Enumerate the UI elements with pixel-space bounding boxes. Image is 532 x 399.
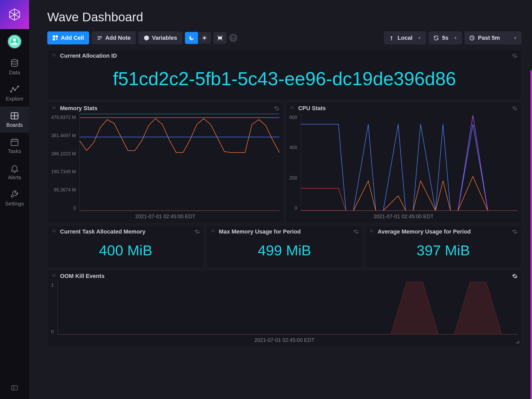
sidebar-item-data[interactable]: Data <box>0 54 29 80</box>
cell-title: OOM Kill Events <box>60 273 104 280</box>
add-note-button[interactable]: Add Note <box>92 31 136 44</box>
sidebar-item-label: Settings <box>5 201 24 207</box>
resize-handle-icon[interactable] <box>512 336 520 345</box>
dark-mode-button[interactable] <box>185 32 198 44</box>
oom-chart[interactable] <box>57 282 518 335</box>
cpu-stats-chart[interactable] <box>301 114 518 211</box>
sidebar: Data Explore Boards Tasks Alerts Setting… <box>0 0 29 399</box>
svg-point-77 <box>54 276 54 276</box>
cell-cpu-stats: CPU Stats 6004002000 2021-07-01 02:45:00… <box>285 102 522 223</box>
help-button[interactable]: ? <box>229 34 237 42</box>
toolbar: Add Cell Add Note Variables ? <box>47 31 532 50</box>
svg-point-49 <box>291 107 291 107</box>
cell-settings-button[interactable] <box>274 105 280 111</box>
svg-line-31 <box>203 39 203 39</box>
drag-handle-icon[interactable] <box>210 229 216 235</box>
cell-settings-button[interactable] <box>512 229 518 235</box>
sidebar-collapse-button[interactable] <box>11 378 18 399</box>
svg-point-61 <box>211 230 212 231</box>
sidebar-item-explore[interactable]: Explore <box>0 80 29 107</box>
sidebar-item-label: Tasks <box>8 148 21 154</box>
svg-point-74 <box>54 274 54 275</box>
cell-settings-button[interactable] <box>194 229 200 235</box>
yaxis-labels: 6004002000 <box>289 114 299 211</box>
sidebar-item-alerts[interactable]: Alerts <box>0 159 29 185</box>
add-note-label: Add Note <box>105 35 131 41</box>
svg-point-34 <box>391 36 393 38</box>
sidebar-item-label: Boards <box>6 122 23 128</box>
chevron-down-icon: ▼ <box>513 36 517 40</box>
sidebar-item-label: Alerts <box>8 175 21 181</box>
cell-title: Current Allocation ID <box>60 52 117 59</box>
svg-rect-16 <box>12 385 18 390</box>
drag-handle-icon[interactable] <box>51 105 57 111</box>
drag-handle-icon[interactable] <box>51 273 57 279</box>
source-label: Local <box>397 35 412 41</box>
variables-label: Variables <box>152 35 177 41</box>
stat-value: 400 MiB <box>48 237 204 268</box>
add-cell-label: Add Cell <box>61 35 84 41</box>
drag-handle-icon[interactable] <box>289 105 295 111</box>
sidebar-item-label: Explore <box>6 96 23 102</box>
cell-title: Max Memory Usage for Period <box>219 228 301 235</box>
svg-point-24 <box>203 37 205 39</box>
svg-point-58 <box>52 231 53 232</box>
cell-title: Memory Stats <box>60 105 97 112</box>
sidebar-item-settings[interactable]: Settings <box>0 185 29 211</box>
svg-point-62 <box>212 230 213 231</box>
yaxis-labels: 10 <box>51 282 55 335</box>
svg-point-38 <box>54 54 54 55</box>
svg-point-47 <box>54 108 54 109</box>
svg-rect-19 <box>53 38 55 40</box>
xaxis-label: 2021-07-01 02:45:00 EDT <box>48 212 283 223</box>
avatar[interactable] <box>7 34 22 49</box>
svg-point-67 <box>370 230 371 231</box>
memory-stats-chart[interactable] <box>79 114 280 211</box>
light-mode-button[interactable] <box>198 32 211 44</box>
timerange-dropdown[interactable]: Past 5m ▼ <box>464 31 522 44</box>
svg-point-56 <box>54 230 54 231</box>
cell-allocation-id: Current Allocation ID f51cd2c2-5fb1-5c43… <box>47 50 522 100</box>
svg-point-37 <box>52 54 53 55</box>
svg-point-76 <box>52 276 53 276</box>
sidebar-item-label: Data <box>9 70 20 76</box>
cell-settings-button[interactable] <box>512 273 518 279</box>
source-dropdown[interactable]: Local ▼ <box>384 31 426 44</box>
svg-point-60 <box>55 231 56 232</box>
app-logo[interactable] <box>0 0 29 29</box>
svg-point-73 <box>52 274 53 275</box>
svg-point-53 <box>292 108 292 109</box>
svg-point-3 <box>13 38 16 42</box>
refresh-dropdown[interactable]: 5s ▼ <box>429 31 462 44</box>
drag-handle-icon[interactable] <box>51 229 57 235</box>
sidebar-item-boards[interactable]: Boards <box>0 107 29 133</box>
cell-avg-memory: Average Memory Usage for Period 397 MiB <box>365 225 522 268</box>
cell-settings-button[interactable] <box>353 229 359 235</box>
drag-handle-icon[interactable] <box>51 53 57 59</box>
cell-memory-stats: Memory Stats 476.8372 M381.4697 M286.102… <box>47 102 283 223</box>
cell-title: Current Task Allocated Memory <box>60 228 145 235</box>
cell-settings-button[interactable] <box>512 105 518 111</box>
cell-oom-events: OOM Kill Events 10 2021-07-01 02:45:00 E… <box>47 270 522 347</box>
allocation-id-value: f51cd2c2-5fb1-5c43-ee96-dc19de396d86 <box>48 61 521 100</box>
drag-handle-icon[interactable] <box>369 229 375 235</box>
svg-point-7 <box>14 89 16 91</box>
svg-line-32 <box>206 36 206 37</box>
svg-rect-12 <box>11 139 18 146</box>
svg-point-45 <box>55 107 56 107</box>
svg-point-55 <box>52 230 53 231</box>
svg-point-40 <box>52 55 53 56</box>
svg-point-50 <box>292 107 292 107</box>
variables-button[interactable]: Variables <box>138 31 182 44</box>
dashboard-grid: Current Allocation ID f51cd2c2-5fb1-5c43… <box>47 50 532 347</box>
cell-settings-button[interactable] <box>512 53 518 59</box>
svg-point-44 <box>54 107 54 107</box>
svg-point-41 <box>54 55 54 56</box>
stat-value: 397 MiB <box>365 237 521 268</box>
svg-point-59 <box>54 231 54 232</box>
svg-point-42 <box>55 55 56 56</box>
chevron-down-icon: ▼ <box>454 36 457 40</box>
sidebar-item-tasks[interactable]: Tasks <box>0 133 29 159</box>
add-cell-button[interactable]: Add Cell <box>47 31 89 44</box>
fullscreen-button[interactable] <box>214 32 227 44</box>
